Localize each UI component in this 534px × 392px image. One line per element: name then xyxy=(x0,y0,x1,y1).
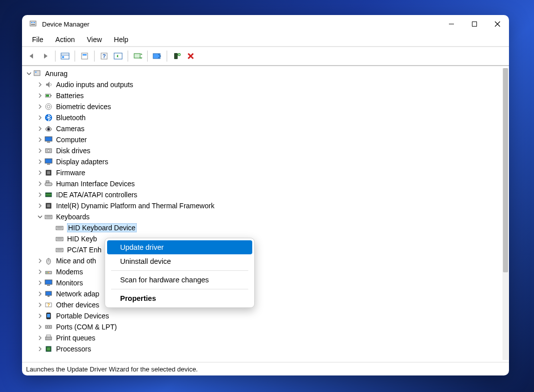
expander-icon[interactable] xyxy=(37,82,43,88)
svg-point-65 xyxy=(48,272,49,273)
tree-category[interactable]: Network adap xyxy=(22,288,502,299)
menu-help[interactable]: Help xyxy=(108,35,135,45)
tree-category[interactable]: Modems xyxy=(22,266,502,277)
expander-icon[interactable] xyxy=(48,225,54,231)
tree-category[interactable]: Intel(R) Dynamic Platform and Thermal Fr… xyxy=(22,200,502,211)
svg-rect-77 xyxy=(46,337,52,340)
expander-icon[interactable] xyxy=(37,104,43,110)
expander-icon[interactable] xyxy=(37,203,43,209)
tree-category[interactable]: Print queues xyxy=(22,332,502,343)
tree-category[interactable]: Display adapters xyxy=(22,156,502,167)
expander-icon[interactable] xyxy=(37,214,43,220)
menubar: File Action View Help xyxy=(22,33,509,47)
device-icon xyxy=(44,136,53,144)
device-icon xyxy=(55,246,64,254)
uninstall-button[interactable] xyxy=(184,50,197,63)
tree-device[interactable]: HID Keyb xyxy=(22,233,502,244)
back-button[interactable] xyxy=(25,50,38,63)
tree-label: Display adapters xyxy=(56,158,108,166)
status-text: Launches the Update Driver Wizard for th… xyxy=(26,365,198,373)
tree-category[interactable]: Audio inputs and outputs xyxy=(22,79,502,90)
expander-icon[interactable] xyxy=(37,170,43,176)
expander-icon[interactable] xyxy=(37,115,43,121)
tree-device[interactable]: HID Keyboard Device xyxy=(22,222,502,233)
device-icon xyxy=(44,279,53,287)
tree-category[interactable]: Batteries xyxy=(22,90,502,101)
tree-label: Processors xyxy=(56,345,91,353)
scrollbar[interactable] xyxy=(502,68,508,360)
device-icon xyxy=(55,235,64,243)
tree-category[interactable]: Computer xyxy=(22,134,502,145)
tree-category[interactable]: Cameras xyxy=(22,123,502,134)
disable-button[interactable] xyxy=(151,50,164,63)
svg-rect-0 xyxy=(30,21,36,26)
expander-icon[interactable] xyxy=(37,159,43,165)
tree-device[interactable]: PC/AT Enh xyxy=(22,244,502,255)
toolbar: ? xyxy=(22,47,509,66)
menu-file[interactable]: File xyxy=(26,35,50,45)
tree-category[interactable]: Portable Devices xyxy=(22,310,502,321)
expander-icon[interactable] xyxy=(37,346,43,352)
tree-category[interactable]: Processors xyxy=(22,343,502,354)
scrollbar-thumb[interactable] xyxy=(503,68,508,272)
maximize-button[interactable] xyxy=(463,15,486,33)
tree-root[interactable]: Anurag xyxy=(22,68,502,79)
tree-category[interactable]: Mice and oth xyxy=(22,255,502,266)
ctx-update-driver[interactable]: Update driver xyxy=(107,240,252,254)
ctx-scan-hardware[interactable]: Scan for hardware changes xyxy=(107,273,252,287)
expander-icon[interactable] xyxy=(37,148,43,154)
device-icon xyxy=(44,81,53,89)
ctx-properties[interactable]: Properties xyxy=(107,291,252,305)
expander-icon[interactable] xyxy=(37,137,43,143)
tree-category[interactable]: Bluetooth xyxy=(22,112,502,123)
menu-action[interactable]: Action xyxy=(50,35,81,45)
expander-icon[interactable] xyxy=(37,313,43,319)
tree-category[interactable]: Biometric devices xyxy=(22,101,502,112)
expander-icon[interactable] xyxy=(48,236,54,242)
expander-icon[interactable] xyxy=(37,126,43,132)
expander-icon[interactable] xyxy=(37,291,43,297)
menu-view[interactable]: View xyxy=(81,35,108,45)
window-title: Device Manager xyxy=(42,21,90,28)
expander-icon[interactable] xyxy=(37,324,43,330)
svg-rect-68 xyxy=(46,291,52,295)
svg-rect-1 xyxy=(31,22,33,23)
expander-icon[interactable] xyxy=(37,93,43,99)
tree-category[interactable]: IDE ATA/ATAPI controllers xyxy=(22,189,502,200)
tree-category[interactable]: ?Other devices xyxy=(22,299,502,310)
ctx-uninstall-device[interactable]: Uninstall device xyxy=(107,254,252,268)
tree-category[interactable]: Monitors xyxy=(22,277,502,288)
tree-category[interactable]: Human Interface Devices xyxy=(22,178,502,189)
add-device-button[interactable] xyxy=(170,50,183,63)
tree-label: Human Interface Devices xyxy=(56,180,135,188)
close-button[interactable] xyxy=(486,15,509,33)
forward-button[interactable] xyxy=(39,50,52,63)
minimize-button[interactable] xyxy=(440,15,463,33)
svg-rect-24 xyxy=(34,71,40,76)
expander-icon[interactable] xyxy=(37,302,43,308)
toolbar-separator xyxy=(75,51,75,62)
expander-icon[interactable] xyxy=(37,181,43,187)
expander-icon[interactable] xyxy=(48,247,54,253)
expander-icon[interactable] xyxy=(37,258,43,264)
device-icon xyxy=(44,191,53,199)
show-hidden-button[interactable] xyxy=(59,50,72,63)
tree-category[interactable]: Disk drives xyxy=(22,145,502,156)
tree-label: Monitors xyxy=(56,279,83,287)
scan-button[interactable] xyxy=(112,50,125,63)
properties-button[interactable] xyxy=(78,50,91,63)
expander-icon[interactable] xyxy=(37,192,43,198)
expander-icon[interactable] xyxy=(26,71,32,77)
expander-icon[interactable] xyxy=(37,280,43,286)
help-button[interactable]: ? xyxy=(98,50,111,63)
expander-icon[interactable] xyxy=(37,335,43,341)
tree-category[interactable]: Keyboards xyxy=(22,211,502,222)
titlebar[interactable]: Device Manager xyxy=(22,15,509,33)
update-driver-button[interactable] xyxy=(131,50,144,63)
tree-category[interactable]: Firmware xyxy=(22,167,502,178)
device-icon xyxy=(44,125,53,133)
svg-rect-42 xyxy=(47,171,50,174)
expander-icon[interactable] xyxy=(37,269,43,275)
svg-rect-17 xyxy=(153,54,160,59)
tree-category[interactable]: Ports (COM & LPT) xyxy=(22,321,502,332)
